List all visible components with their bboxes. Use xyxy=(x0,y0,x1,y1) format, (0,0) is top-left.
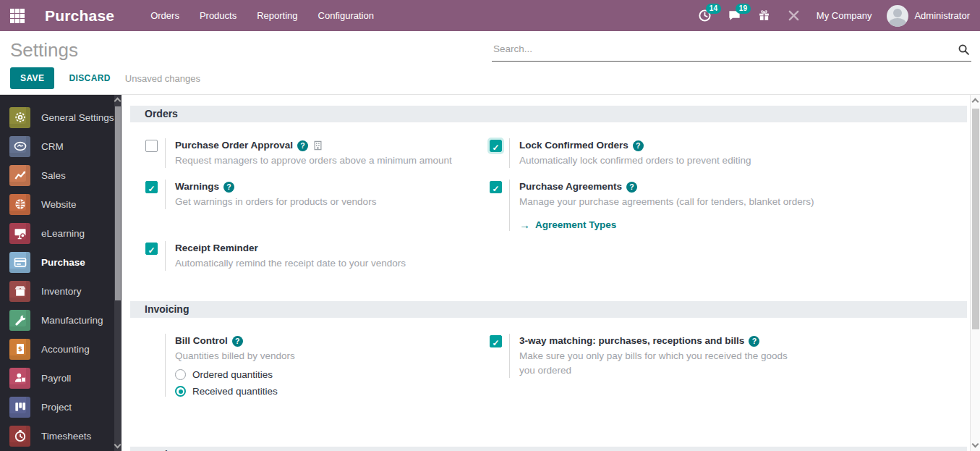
setting-bill-control: Bill Control ? Quantities billed by vend… xyxy=(165,334,483,397)
search-bar xyxy=(492,40,971,62)
purchase-order-approval-checkbox[interactable] xyxy=(145,140,158,152)
receipt-reminder-checkbox[interactable] xyxy=(145,243,158,255)
three-way-matching-checkbox[interactable] xyxy=(490,335,502,347)
setting-receipt-reminder: Receipt Reminder Automatically remind th… xyxy=(165,241,483,271)
credit-card-icon xyxy=(9,252,30,273)
activities-clock-icon[interactable]: 14 xyxy=(698,9,712,23)
messages-chat-icon[interactable]: 19 xyxy=(728,9,742,23)
section-header-products: Products xyxy=(130,447,967,451)
line-chart-icon xyxy=(9,165,30,186)
setting-purchase-order-approval: Purchase Order Approval ? Request manage… xyxy=(165,138,483,168)
company-switcher[interactable]: My Company xyxy=(817,10,872,21)
sidebar-item-website[interactable]: Website xyxy=(0,190,122,219)
main-menu: Orders Products Reporting Configuration xyxy=(149,7,375,24)
user-menu[interactable]: Administrator xyxy=(887,5,970,27)
scroll-down-icon[interactable] xyxy=(972,441,979,448)
help-icon[interactable]: ? xyxy=(232,336,243,347)
sidebar-item-general-settings[interactable]: General Settings xyxy=(0,103,122,132)
app-title: Purchase xyxy=(45,7,114,25)
save-button[interactable]: SAVE xyxy=(10,67,54,89)
wrench-icon xyxy=(9,310,30,331)
apps-menu-icon[interactable] xyxy=(10,9,25,23)
arrow-right-icon: → xyxy=(519,219,530,231)
warnings-checkbox[interactable] xyxy=(145,181,158,193)
help-icon[interactable]: ? xyxy=(626,182,637,193)
employee-icon xyxy=(9,368,30,389)
settings-content: Orders Purchase Order Approval ? Request… xyxy=(122,95,970,451)
developer-tools-icon[interactable] xyxy=(787,9,801,23)
section-header-orders: Orders xyxy=(130,106,967,122)
sidebar-item-payroll[interactable]: Payroll xyxy=(0,363,122,392)
setting-3-way-matching: 3-way matching: purchases, receptions an… xyxy=(509,334,801,378)
search-icon[interactable] xyxy=(958,43,970,59)
globe-icon xyxy=(9,194,30,215)
sidebar-item-sales[interactable]: Sales xyxy=(0,161,122,190)
menu-reporting[interactable]: Reporting xyxy=(255,7,299,24)
sidebar-item-purchase[interactable]: Purchase xyxy=(0,248,122,277)
search-input[interactable] xyxy=(492,40,951,58)
setting-lock-confirmed-orders: Lock Confirmed Orders ? Automatically lo… xyxy=(509,138,871,168)
sidebar-item-crm[interactable]: CRM xyxy=(0,132,122,161)
main-scrollbar[interactable] xyxy=(970,95,980,451)
radio-received-quantities[interactable]: Received quantities xyxy=(175,386,483,397)
sidebar-item-elearning[interactable]: eLearning xyxy=(0,219,122,248)
box-icon xyxy=(9,281,30,302)
sidebar-item-manufacturing[interactable]: Manufacturing xyxy=(0,305,122,334)
control-panel: Settings SAVE DISCARD Unsaved changes xyxy=(0,31,980,95)
sidebar-item-inventory[interactable]: Inventory xyxy=(0,277,122,305)
sidebar-item-project[interactable]: Project xyxy=(0,392,122,421)
page-title: Settings xyxy=(10,39,78,62)
discard-button[interactable]: DISCARD xyxy=(69,73,110,83)
invoice-icon: $ xyxy=(9,339,30,360)
sidebar-item-accounting[interactable]: $ Accounting xyxy=(0,334,122,363)
sidebar-scroll-thumb[interactable] xyxy=(115,106,121,300)
radio-button[interactable] xyxy=(175,386,186,397)
setting-warnings: Warnings ? Get warnings in orders for pr… xyxy=(165,180,483,209)
menu-configuration[interactable]: Configuration xyxy=(317,7,375,24)
enterprise-building-icon xyxy=(312,140,323,151)
kanban-icon xyxy=(9,397,30,418)
activities-badge: 14 xyxy=(706,4,721,14)
setting-purchase-agreements: Purchase Agreements ? Manage your purcha… xyxy=(509,180,871,231)
menu-products[interactable]: Products xyxy=(198,7,238,24)
sidebar-scrollbar[interactable] xyxy=(114,95,122,451)
user-name: Administrator xyxy=(914,10,970,21)
navbar-right: 14 19 My Company Administrator xyxy=(698,5,980,27)
radio-button[interactable] xyxy=(175,369,186,380)
radio-ordered-quantities[interactable]: Ordered quantities xyxy=(175,369,483,380)
handshake-icon xyxy=(9,136,30,157)
purchase-agreements-checkbox[interactable] xyxy=(490,181,502,193)
menu-orders[interactable]: Orders xyxy=(149,7,181,24)
top-navbar: Purchase Orders Products Reporting Confi… xyxy=(0,0,980,31)
stopwatch-icon xyxy=(9,426,30,447)
sidebar-item-timesheets[interactable]: Timesheets xyxy=(0,421,122,450)
agreement-types-link[interactable]: → Agreement Types xyxy=(519,219,871,231)
help-icon[interactable]: ? xyxy=(633,140,644,151)
help-icon[interactable]: ? xyxy=(749,336,759,347)
messages-badge: 19 xyxy=(736,4,751,14)
section-header-invoicing: Invoicing xyxy=(130,301,967,318)
gear-icon xyxy=(9,107,30,128)
unsaved-changes-text: Unsaved changes xyxy=(125,73,200,84)
scroll-up-icon[interactable] xyxy=(972,98,979,106)
lock-confirmed-orders-checkbox[interactable] xyxy=(490,140,502,152)
help-icon[interactable]: ? xyxy=(223,182,234,193)
scroll-up-icon[interactable] xyxy=(114,98,122,105)
settings-sidebar: General Settings CRM Sales Website eLear… xyxy=(0,95,122,451)
user-avatar xyxy=(887,5,908,27)
main-scroll-thumb[interactable] xyxy=(972,109,979,329)
scroll-down-icon[interactable] xyxy=(114,442,122,449)
gift-icon[interactable] xyxy=(757,9,772,23)
svg-text:$: $ xyxy=(18,345,22,353)
help-icon[interactable]: ? xyxy=(297,140,308,151)
presentation-icon xyxy=(9,223,30,244)
